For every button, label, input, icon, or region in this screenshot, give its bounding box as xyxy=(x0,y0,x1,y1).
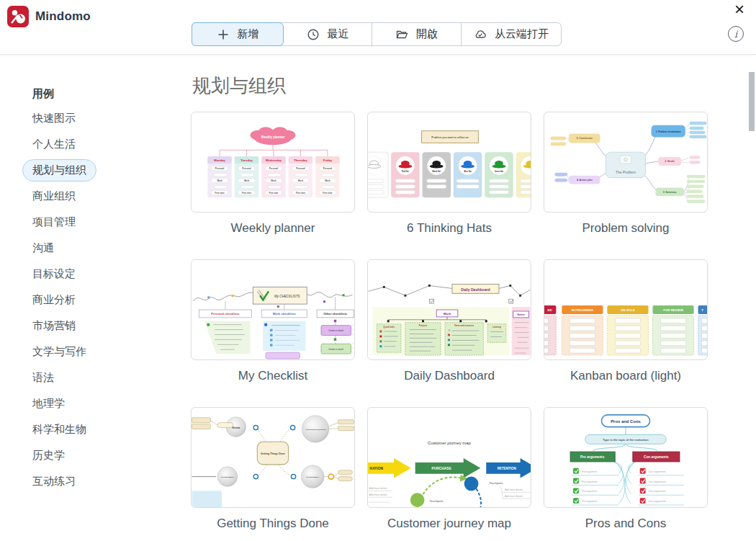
template-card-pros-and-cons[interactable]: Pros and Cons Type in the topic of the e… xyxy=(544,407,708,531)
blue-dashed-arc xyxy=(476,488,481,507)
hat-column-green: Green Hat xyxy=(485,152,513,197)
template-caption: Weekly planner xyxy=(191,221,355,236)
template-thumbnail: Review All the things you need to do Is … xyxy=(191,407,355,508)
leaves-pink xyxy=(690,156,701,164)
six-hats-thumb-svg: Problem you want to reflect on xyxy=(368,112,531,212)
svg-text:ON HOLD: ON HOLD xyxy=(621,308,635,312)
day-column: Friday Personal Work Free time xyxy=(315,156,340,197)
svg-text:Friday: Friday xyxy=(323,158,333,162)
svg-text:Work checklists: Work checklists xyxy=(273,312,297,316)
tab-new[interactable]: 新增 xyxy=(192,22,284,46)
leaves-green xyxy=(687,175,706,203)
svg-text:Blue Hat: Blue Hat xyxy=(464,170,471,173)
sidebar-item-science-biology[interactable]: 科学和生物 xyxy=(0,416,191,442)
template-card-getting-things-done[interactable]: Review All the things you need to do Is … xyxy=(191,407,355,531)
thumb-topic: Daily Dashboard xyxy=(461,287,490,292)
svg-text:Pro argument: Pro argument xyxy=(582,490,597,493)
day-column: Tuesday Personal Work Free time xyxy=(235,156,259,197)
svg-text:Work: Work xyxy=(325,179,330,182)
sidebar-item-business-organization[interactable]: 商业组织 xyxy=(0,183,191,209)
svg-text:4. Action plan: 4. Action plan xyxy=(577,179,593,182)
right-pills xyxy=(338,420,354,481)
sidebar-item-communication[interactable]: 沟通 xyxy=(0,235,191,261)
leaves-blue xyxy=(690,122,707,138)
template-thumbnail: Daily Dashboard Work xyxy=(367,259,531,360)
sidebar-item-history[interactable]: 历史学 xyxy=(0,442,191,468)
svg-text:PURCHASE: PURCHASE xyxy=(431,467,451,470)
sidebar-item-grammar[interactable]: 语法 xyxy=(0,365,191,390)
svg-text:5. Conclusion: 5. Conclusion xyxy=(577,137,593,140)
brand: Mindomo xyxy=(7,6,91,27)
other-area: Create or attach Create or attach xyxy=(321,320,354,354)
svg-text:Con arguments: Con arguments xyxy=(644,455,669,459)
clock-icon xyxy=(307,28,320,41)
svg-text:Free time: Free time xyxy=(269,192,278,195)
sidebar-item-quick-diagrams[interactable]: 快速图示 xyxy=(0,105,191,131)
sidebar-item-goal-setting[interactable]: 目标设定 xyxy=(0,261,191,287)
work-area xyxy=(263,321,305,351)
svg-text:T: T xyxy=(701,308,703,312)
thumb-topic: Weekly planner xyxy=(261,135,284,139)
svg-text:Home: Home xyxy=(517,313,524,316)
zigzag-left xyxy=(369,285,452,295)
template-thumbnail: Problem you want to reflect on xyxy=(367,112,531,213)
svg-text:Add more details: Add more details xyxy=(505,495,523,498)
svg-text:Black Hat: Black Hat xyxy=(432,170,441,173)
svg-text:Free time: Free time xyxy=(323,192,332,195)
wavy-line-left xyxy=(194,292,253,301)
work-sub-node xyxy=(266,352,300,359)
kanban-column-for-review: FOR REVIEW xyxy=(652,305,693,355)
customer-journey-thumb-svg: Customer journey map RATION PURCHASE RET… xyxy=(368,408,531,507)
touchpoint-circle-blue xyxy=(464,477,479,491)
close-button[interactable]: × xyxy=(732,0,747,19)
thumb-topic: Pros and Cons xyxy=(611,419,641,424)
template-card-problem-solving[interactable]: The Problem 1. Problem visualization 2. … xyxy=(544,112,708,236)
leaves-purple xyxy=(554,173,567,182)
sidebar-item-geography[interactable]: 地理学 xyxy=(0,390,191,416)
template-caption: 6 Thinking Hats xyxy=(367,221,531,236)
template-card-weekly-planner[interactable]: Weekly planner Monday Personal xyxy=(191,112,355,236)
template-card-daily-dashboard[interactable]: Daily Dashboard Work xyxy=(367,259,531,383)
svg-text:Review: Review xyxy=(232,426,240,429)
thumb-topic: The Problem xyxy=(616,171,636,174)
tab-label: 最近 xyxy=(328,27,349,41)
sidebar-item-personal-life[interactable]: 个人生活 xyxy=(0,131,191,157)
tab-group: 新增 最近 開啟 从云端打开 xyxy=(192,22,562,46)
day-column: Thursday Personal Work Free time xyxy=(289,156,313,197)
kanban-column-blue: T xyxy=(698,305,707,355)
gtd-thumb-svg: Review All the things you need to do Is … xyxy=(192,408,354,507)
svg-text:RATION: RATION xyxy=(370,467,384,470)
wavy-line-right xyxy=(307,292,352,298)
sidebar-item-project-management[interactable]: 项目管理 xyxy=(0,209,191,235)
template-card-customer-journey-map[interactable]: Customer journey map RATION PURCHASE RET… xyxy=(367,407,531,531)
svg-text:Tasks and resources: Tasks and resources xyxy=(454,324,474,327)
sidebar-item-marketing[interactable]: 市场营销 xyxy=(0,313,191,339)
template-card-kanban-board[interactable]: ED IN PROGRESS xyxy=(544,259,708,383)
tab-open-from-cloud[interactable]: 从云端打开 xyxy=(462,23,561,45)
svg-text:Con arguments: Con arguments xyxy=(649,480,666,483)
sidebar-item-business-analysis[interactable]: 商业分析 xyxy=(0,287,191,313)
tab-open[interactable]: 開啟 xyxy=(372,23,462,45)
svg-text:Pro argument: Pro argument xyxy=(582,480,597,483)
svg-text:Add more details: Add more details xyxy=(369,493,387,496)
svg-text:IN PROGRESS: IN PROGRESS xyxy=(572,308,593,312)
sidebar-list: 快速图示 个人生活 规划与组织 商业组织 项目管理 沟通 目标设定 商业分析 市… xyxy=(0,105,191,494)
svg-text:Free time: Free time xyxy=(296,192,305,195)
thumb-topic: Getting Things Done xyxy=(261,452,285,455)
svg-text:Personal: Personal xyxy=(215,167,225,170)
con-fan-lines xyxy=(625,462,636,504)
sidebar-item-literature-writing[interactable]: 文学与写作 xyxy=(0,339,191,365)
tab-recent[interactable]: 最近 xyxy=(284,23,372,45)
svg-text:Is it actionable?: Is it actionable? xyxy=(306,476,319,478)
template-card-my-checklist[interactable]: My CHECKLISTS Personal checklists Work c… xyxy=(191,259,355,383)
leaves-yellow xyxy=(551,137,567,146)
sidebar-item-interactive-exercises[interactable]: 互动练习 xyxy=(0,468,191,494)
scrollbar-thumb[interactable] xyxy=(749,72,755,131)
kanban-thumb-svg: ED IN PROGRESS xyxy=(544,260,707,359)
info-button[interactable]: i xyxy=(728,26,744,42)
zigzag-right xyxy=(499,285,530,295)
svg-text:Create or attach: Create or attach xyxy=(328,348,343,351)
svg-text:Pro argument: Pro argument xyxy=(582,500,597,503)
sidebar-item-planning-organizing[interactable]: 规划与组织 xyxy=(0,157,191,183)
template-card-6-thinking-hats[interactable]: Problem you want to reflect on xyxy=(367,112,531,236)
